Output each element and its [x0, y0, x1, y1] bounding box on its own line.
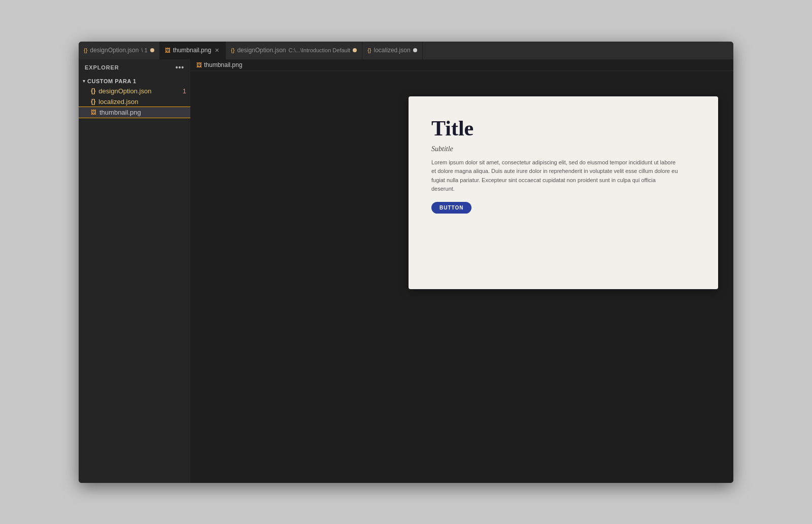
tab-path: C:\...\Introduction Default: [289, 47, 351, 53]
preview-card: Title Subtitle Lorem ipsum dolor sit ame…: [409, 96, 718, 289]
tab-label: thumbnail.png: [173, 47, 211, 54]
sidebar: Explorer ••• ▾ CUSTOM PARA 1 {} designOp…: [79, 59, 190, 483]
sidebar-header: Explorer •••: [79, 59, 190, 76]
tab-modified-dot: [413, 48, 417, 52]
folder-header[interactable]: ▾ CUSTOM PARA 1: [79, 77, 190, 86]
json-icon: {}: [231, 47, 234, 53]
editor-content: Title Subtitle Lorem ipsum dolor sit ame…: [190, 71, 733, 483]
breadcrumb-png-icon: 🖼: [196, 62, 202, 68]
json-file-icon: {}: [91, 98, 95, 105]
main-area: Explorer ••• ▾ CUSTOM PARA 1 {} designOp…: [79, 59, 733, 483]
json-icon: {}: [84, 47, 87, 53]
tab-label: designOption.json: [90, 47, 139, 54]
file-item-thumbnail[interactable]: 🖼 thumbnail.png: [79, 107, 190, 118]
tab-modified-dot: [150, 48, 154, 52]
json-file-icon: {}: [91, 87, 95, 94]
file-item-design-option[interactable]: {} designOption.json 1: [79, 86, 190, 96]
png-icon: 🖼: [165, 47, 171, 53]
preview-button[interactable]: BUTTON: [431, 202, 471, 214]
tab-design-option-2[interactable]: {} designOption.json C:\...\Introduction…: [226, 42, 362, 59]
file-name: thumbnail.png: [99, 109, 141, 116]
png-file-icon: 🖼: [91, 109, 96, 115]
tab-path: \ 1: [141, 47, 147, 53]
tab-design-option-1[interactable]: {} designOption.json \ 1: [79, 42, 160, 59]
folder-section: ▾ CUSTOM PARA 1 {} designOption.json 1 {…: [79, 76, 190, 119]
vscode-window: {} designOption.json \ 1 🖼 thumbnail.png…: [79, 42, 733, 483]
editor-area: 🖼 thumbnail.png Title Subtitle Lorem ips…: [190, 59, 733, 483]
sidebar-more-button[interactable]: •••: [176, 63, 184, 72]
more-icon: •••: [176, 63, 184, 72]
preview-subtitle: Subtitle: [431, 145, 695, 153]
tab-thumbnail[interactable]: 🖼 thumbnail.png ✕: [160, 42, 226, 59]
folder-name: CUSTOM PARA 1: [87, 78, 137, 84]
tab-bar: {} designOption.json \ 1 🖼 thumbnail.png…: [79, 42, 733, 59]
breadcrumb-filename: thumbnail.png: [204, 61, 242, 68]
file-item-localized[interactable]: {} localized.json: [79, 96, 190, 107]
tab-label: localized.json: [374, 47, 411, 54]
file-name: localized.json: [98, 98, 138, 106]
tab-modified-dot: [353, 48, 357, 52]
preview-body: Lorem ipsum dolor sit amet, consectetur …: [431, 158, 680, 194]
tab-label: designOption.json: [237, 47, 286, 54]
file-badge: 1: [183, 87, 186, 95]
breadcrumb: 🖼 thumbnail.png: [190, 59, 733, 71]
tab-close-button[interactable]: ✕: [214, 46, 220, 55]
file-name: designOption.json: [98, 87, 151, 95]
chevron-icon: ▾: [83, 78, 85, 84]
sidebar-title: Explorer: [85, 64, 119, 71]
preview-title: Title: [431, 117, 695, 140]
json-icon: {}: [367, 47, 371, 53]
tab-localized[interactable]: {} localized.json: [362, 42, 422, 59]
